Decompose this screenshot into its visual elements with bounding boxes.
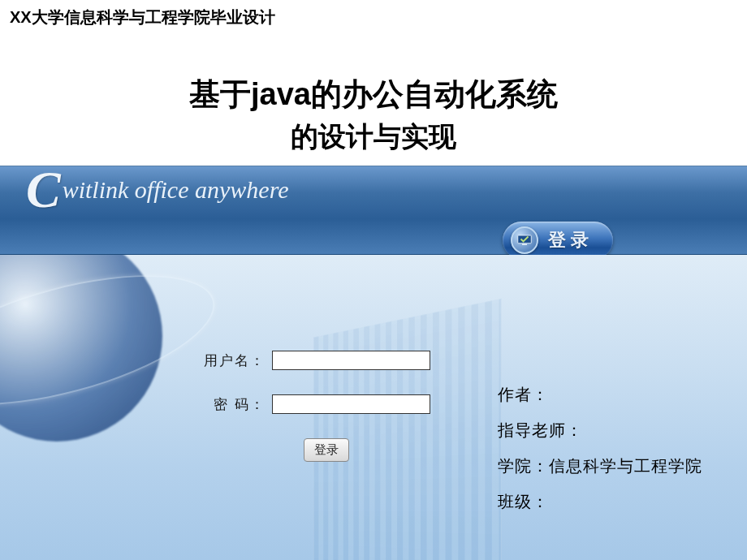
banner: C witlink office anywhere 登录 — [0, 166, 747, 255]
title-line-1: 基于java的办公自动化系统 — [0, 74, 747, 115]
banner-login-button[interactable]: 登录 — [503, 222, 613, 259]
username-input[interactable] — [272, 351, 430, 370]
main-title: 基于java的办公自动化系统 的设计与实现 — [0, 74, 747, 156]
password-label: 密 码： — [203, 395, 272, 414]
login-form: 用户名： 密 码： 登录 — [203, 351, 455, 462]
username-row: 用户名： — [203, 351, 455, 370]
banner-login-label: 登录 — [548, 228, 594, 252]
college-label: 学院： — [498, 457, 549, 475]
advisor-row: 指导老师： — [498, 412, 702, 448]
password-row: 密 码： — [203, 394, 455, 414]
slogan-cap: C — [26, 173, 61, 207]
class-label: 班级： — [498, 493, 549, 510]
institution-heading: XX大学信息科学与工程学院毕业设计 — [0, 0, 747, 35]
svg-rect-1 — [522, 244, 527, 246]
title-line-2: 的设计与实现 — [0, 118, 747, 156]
content-area: 用户名： 密 码： 登录 作者： 指导老师： 学院：信息科学与工程学院 班级： … — [0, 255, 747, 560]
brand-slogan: C witlink office anywhere — [26, 173, 289, 207]
advisor-label: 指导老师： — [498, 421, 583, 439]
monitor-check-icon — [511, 226, 538, 254]
slogan-text: witlink office anywhere — [63, 176, 289, 204]
password-input[interactable] — [272, 394, 430, 414]
author-info: 作者： 指导老师： 学院：信息科学与工程学院 班级： — [498, 377, 702, 519]
class-row: 班级： — [498, 484, 702, 519]
author-label: 作者： — [498, 386, 549, 403]
author-row: 作者： — [498, 377, 702, 412]
college-value: 信息科学与工程学院 — [549, 457, 702, 475]
username-label: 用户名： — [203, 351, 272, 370]
college-row: 学院：信息科学与工程学院 — [498, 448, 702, 484]
login-submit-button[interactable]: 登录 — [304, 438, 349, 462]
